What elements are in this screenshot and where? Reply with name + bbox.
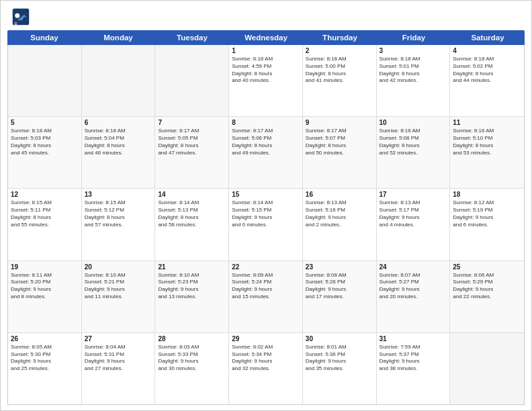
cell-info: Sunrise: 8:15 AM Sunset: 5:12 PM Dayligh… [85, 199, 152, 228]
day-number: 17 [380, 191, 447, 198]
day-number: 2 [306, 47, 373, 54]
empty-cell [155, 45, 229, 116]
cell-info: Sunrise: 8:17 AM Sunset: 5:05 PM Dayligh… [158, 128, 226, 156]
day-number: 6 [85, 119, 152, 126]
calendar-body: 1Sunrise: 8:18 AM Sunset: 4:59 PM Daylig… [7, 45, 525, 405]
weekday-header: Monday [81, 30, 155, 45]
cell-info: Sunrise: 8:04 AM Sunset: 5:31 PM Dayligh… [85, 344, 152, 373]
cell-info: Sunrise: 8:07 AM Sunset: 5:27 PM Dayligh… [380, 272, 447, 301]
calendar-cell: 11Sunrise: 8:16 AM Sunset: 5:10 PM Dayli… [450, 117, 524, 188]
calendar-cell: 23Sunrise: 8:08 AM Sunset: 5:26 PM Dayli… [303, 261, 377, 332]
cell-info: Sunrise: 8:18 AM Sunset: 5:02 PM Dayligh… [453, 56, 521, 85]
calendar-row: 26Sunrise: 8:05 AM Sunset: 5:30 PM Dayli… [8, 333, 524, 404]
cell-info: Sunrise: 8:18 AM Sunset: 5:00 PM Dayligh… [306, 56, 373, 85]
calendar-cell: 27Sunrise: 8:04 AM Sunset: 5:31 PM Dayli… [82, 333, 156, 404]
calendar-cell: 9Sunrise: 8:17 AM Sunset: 5:07 PM Daylig… [303, 117, 377, 188]
calendar-cell: 7Sunrise: 8:17 AM Sunset: 5:05 PM Daylig… [155, 117, 229, 188]
calendar-cell: 28Sunrise: 8:03 AM Sunset: 5:33 PM Dayli… [155, 333, 229, 404]
calendar-cell: 8Sunrise: 8:17 AM Sunset: 5:06 PM Daylig… [229, 117, 303, 188]
cell-info: Sunrise: 8:18 AM Sunset: 4:59 PM Dayligh… [232, 56, 300, 85]
day-number: 19 [11, 263, 79, 271]
empty-cell [8, 45, 82, 116]
calendar-cell: 17Sunrise: 8:13 AM Sunset: 5:17 PM Dayli… [377, 189, 451, 260]
cell-info: Sunrise: 8:12 AM Sunset: 5:19 PM Dayligh… [453, 199, 521, 228]
cell-info: Sunrise: 8:05 AM Sunset: 5:30 PM Dayligh… [11, 344, 79, 373]
calendar-cell: 29Sunrise: 8:02 AM Sunset: 5:34 PM Dayli… [229, 333, 303, 404]
calendar-cell: 25Sunrise: 8:06 AM Sunset: 5:29 PM Dayli… [450, 261, 524, 332]
day-number: 29 [232, 335, 300, 342]
day-number: 21 [158, 263, 226, 271]
calendar-cell: 10Sunrise: 8:16 AM Sunset: 5:08 PM Dayli… [377, 117, 451, 188]
cell-info: Sunrise: 8:03 AM Sunset: 5:33 PM Dayligh… [158, 344, 226, 373]
empty-cell [450, 333, 524, 404]
day-number: 31 [380, 335, 447, 342]
cell-info: Sunrise: 8:18 AM Sunset: 5:04 PM Dayligh… [85, 128, 152, 156]
calendar-cell: 5Sunrise: 8:18 AM Sunset: 5:03 PM Daylig… [8, 117, 82, 188]
calendar-cell: 22Sunrise: 8:09 AM Sunset: 5:24 PM Dayli… [229, 261, 303, 332]
cell-info: Sunrise: 8:14 AM Sunset: 5:13 PM Dayligh… [158, 199, 226, 228]
day-number: 22 [232, 263, 300, 271]
svg-point-2 [15, 13, 19, 18]
cell-info: Sunrise: 8:09 AM Sunset: 5:24 PM Dayligh… [232, 272, 300, 301]
day-number: 28 [158, 335, 226, 342]
weekday-header: Thursday [303, 30, 377, 45]
cell-info: Sunrise: 8:17 AM Sunset: 5:06 PM Dayligh… [232, 128, 300, 156]
day-number: 11 [453, 119, 521, 126]
weekday-header: Sunday [7, 30, 81, 45]
calendar-page: G SundayMondayTuesdayWednesdayThursdayFr… [0, 0, 532, 411]
cell-info: Sunrise: 7:59 AM Sunset: 5:37 PM Dayligh… [380, 344, 447, 373]
day-number: 9 [306, 119, 373, 126]
weekday-header: Wednesday [229, 30, 303, 45]
day-number: 24 [380, 263, 447, 271]
calendar-cell: 3Sunrise: 8:18 AM Sunset: 5:01 PM Daylig… [377, 45, 451, 116]
cell-info: Sunrise: 8:08 AM Sunset: 5:26 PM Dayligh… [306, 272, 373, 301]
cell-info: Sunrise: 8:10 AM Sunset: 5:21 PM Dayligh… [85, 272, 152, 301]
cell-info: Sunrise: 8:13 AM Sunset: 5:16 PM Dayligh… [306, 199, 373, 228]
day-number: 26 [11, 335, 79, 342]
cell-info: Sunrise: 8:17 AM Sunset: 5:07 PM Dayligh… [306, 128, 373, 156]
day-number: 30 [306, 335, 373, 342]
day-number: 12 [11, 191, 79, 198]
cell-info: Sunrise: 8:02 AM Sunset: 5:34 PM Dayligh… [232, 344, 300, 373]
cell-info: Sunrise: 8:06 AM Sunset: 5:29 PM Dayligh… [453, 272, 521, 301]
header: G [1, 1, 531, 30]
calendar-cell: 13Sunrise: 8:15 AM Sunset: 5:12 PM Dayli… [82, 189, 156, 260]
day-number: 27 [85, 335, 152, 342]
calendar-cell: 4Sunrise: 8:18 AM Sunset: 5:02 PM Daylig… [450, 45, 524, 116]
calendar-row: 19Sunrise: 8:11 AM Sunset: 5:20 PM Dayli… [8, 261, 524, 333]
calendar-cell: 20Sunrise: 8:10 AM Sunset: 5:21 PM Dayli… [82, 261, 156, 332]
cell-info: Sunrise: 8:01 AM Sunset: 5:36 PM Dayligh… [306, 344, 373, 373]
calendar-cell: 24Sunrise: 8:07 AM Sunset: 5:27 PM Dayli… [377, 261, 451, 332]
cell-info: Sunrise: 8:14 AM Sunset: 5:15 PM Dayligh… [232, 199, 300, 228]
weekday-header: Tuesday [155, 30, 229, 45]
calendar-cell: 16Sunrise: 8:13 AM Sunset: 5:16 PM Dayli… [303, 189, 377, 260]
day-number: 23 [306, 263, 373, 271]
calendar: SundayMondayTuesdayWednesdayThursdayFrid… [1, 30, 531, 410]
calendar-header: SundayMondayTuesdayWednesdayThursdayFrid… [7, 30, 525, 45]
cell-info: Sunrise: 8:18 AM Sunset: 5:03 PM Dayligh… [11, 128, 79, 156]
cell-info: Sunrise: 8:18 AM Sunset: 5:01 PM Dayligh… [380, 56, 447, 85]
logo: G [11, 7, 33, 26]
calendar-cell: 30Sunrise: 8:01 AM Sunset: 5:36 PM Dayli… [303, 333, 377, 404]
cell-info: Sunrise: 8:11 AM Sunset: 5:20 PM Dayligh… [11, 272, 79, 301]
day-number: 3 [380, 47, 447, 54]
day-number: 18 [453, 191, 521, 198]
svg-text:G: G [14, 21, 17, 26]
day-number: 20 [85, 263, 152, 271]
day-number: 4 [453, 47, 521, 54]
day-number: 13 [85, 191, 152, 198]
weekday-header: Friday [377, 30, 451, 45]
calendar-cell: 1Sunrise: 8:18 AM Sunset: 4:59 PM Daylig… [229, 45, 303, 116]
day-number: 14 [158, 191, 226, 198]
day-number: 25 [453, 263, 521, 271]
calendar-cell: 14Sunrise: 8:14 AM Sunset: 5:13 PM Dayli… [155, 189, 229, 260]
cell-info: Sunrise: 8:13 AM Sunset: 5:17 PM Dayligh… [380, 199, 447, 228]
day-number: 1 [232, 47, 300, 54]
day-number: 16 [306, 191, 373, 198]
cell-info: Sunrise: 8:10 AM Sunset: 5:23 PM Dayligh… [158, 272, 226, 301]
calendar-row: 5Sunrise: 8:18 AM Sunset: 5:03 PM Daylig… [8, 117, 524, 189]
calendar-cell: 6Sunrise: 8:18 AM Sunset: 5:04 PM Daylig… [82, 117, 156, 188]
cell-info: Sunrise: 8:15 AM Sunset: 5:11 PM Dayligh… [11, 199, 79, 228]
day-number: 15 [232, 191, 300, 198]
calendar-cell: 21Sunrise: 8:10 AM Sunset: 5:23 PM Dayli… [155, 261, 229, 332]
